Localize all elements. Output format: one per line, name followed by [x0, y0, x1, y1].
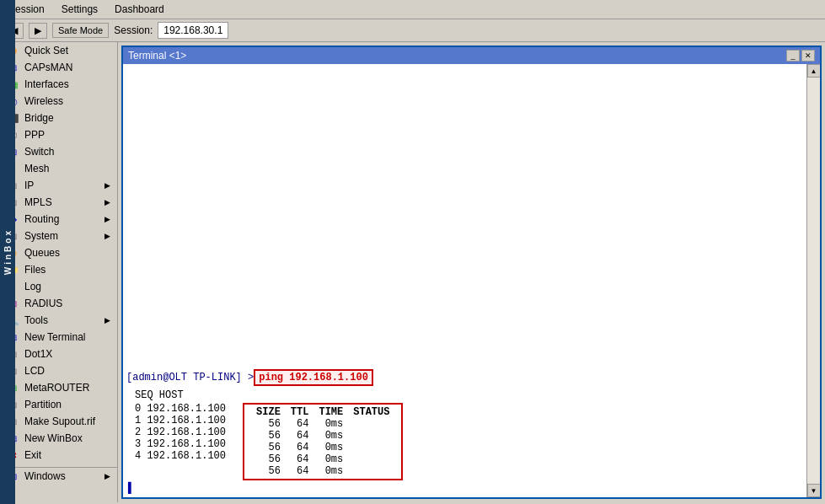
sidebar-label-interfaces: Interfaces	[24, 78, 69, 90]
sidebar-label-quickset: Quick Set	[24, 45, 68, 56]
sidebar: ⚙ Quick Set ⊞ CAPsMAN ▦ Interfaces ◎ Wir…	[0, 42, 118, 502]
menu-settings[interactable]: Settings	[56, 2, 103, 17]
ip-arrow: ▶	[104, 181, 110, 190]
ping-stats-table: SIZE TTL TIME STATUS	[243, 403, 403, 480]
terminal-body[interactable]: [admin@OLT TP-LINK] > ping 192.168.1.100…	[123, 64, 820, 497]
system-arrow: ▶	[104, 232, 110, 240]
ping-ttl-4: 64	[286, 465, 314, 477]
terminal-minimize-button[interactable]: _	[786, 50, 800, 62]
session-label: Session:	[114, 24, 153, 36]
sidebar-label-windows: Windows	[24, 470, 66, 482]
content-area: Terminal <1> _ ✕ [admin@OLT TP-LINK] > p…	[118, 42, 825, 502]
ping-ttl-2: 64	[286, 442, 314, 453]
sidebar-item-switch[interactable]: ⊞ Switch	[0, 143, 117, 160]
ping-size-4: 56	[251, 465, 286, 477]
session-ip: 192.168.30.1	[158, 22, 228, 39]
sidebar-label-radius: RADIUS	[24, 298, 62, 309]
ping-status-0	[348, 418, 394, 430]
sidebar-item-newwinbox[interactable]: ⊞ New WinBox	[0, 430, 117, 447]
sidebar-item-radius[interactable]: ⊞ RADIUS	[0, 295, 117, 312]
sidebar-item-ppp[interactable]: ⬡ PPP	[0, 126, 117, 143]
sidebar-label-files: Files	[24, 264, 46, 276]
ping-ttl-3: 64	[286, 453, 314, 465]
sidebar-label-mpls: MPLS	[24, 196, 52, 208]
menu-dashboard[interactable]: Dashboard	[110, 2, 169, 17]
sidebar-item-partition[interactable]: ⊞ Partition	[0, 396, 117, 413]
sidebar-item-makesupout[interactable]: ⊞ Make Supout.rif	[0, 413, 117, 430]
tools-arrow: ▶	[104, 316, 110, 324]
sidebar-item-system[interactable]: ⊞ System ▶	[0, 228, 117, 244]
winbox-sidebar: WinBox	[0, 0, 15, 504]
ping-status-4	[348, 465, 394, 477]
scroll-up-button[interactable]: ▲	[807, 64, 821, 78]
sidebar-label-switch: Switch	[24, 146, 54, 158]
ping-ttl-header: TTL	[286, 406, 314, 418]
ping-status-2	[348, 442, 394, 453]
safemode-button[interactable]: Safe Mode	[52, 23, 109, 38]
ping-status-1	[348, 430, 394, 442]
ping-size-1: 56	[251, 430, 286, 442]
terminal-scrollbar: ▲ ▼	[806, 64, 820, 497]
ping-size-0: 56	[251, 418, 286, 430]
ping-stat-row-2: 56 64 0ms	[251, 442, 394, 453]
ping-row-4: 4 192.168.1.100	[135, 450, 226, 462]
ping-stat-row-1: 56 64 0ms	[251, 430, 394, 442]
ping-row-1: 1 192.168.1.100	[135, 415, 226, 426]
main-layout: ⚙ Quick Set ⊞ CAPsMAN ▦ Interfaces ◎ Wir…	[0, 42, 825, 502]
menubar: Session Settings Dashboard	[0, 0, 825, 19]
scroll-track[interactable]	[807, 78, 820, 484]
sidebar-item-mesh[interactable]: ● Mesh	[0, 160, 117, 177]
ping-seq-header: SEQ HOST	[135, 389, 803, 401]
sidebar-label-log: Log	[24, 281, 41, 292]
mpls-arrow: ▶	[104, 198, 110, 206]
sidebar-item-log[interactable]: ≡ Log	[0, 278, 117, 295]
terminal-prompt: [admin@OLT TP-LINK] >	[126, 372, 254, 383]
sidebar-label-wireless: Wireless	[24, 95, 63, 107]
sidebar-item-bridge[interactable]: ⬛ Bridge	[0, 110, 117, 126]
sidebar-item-exit[interactable]: ✖ Exit	[0, 447, 117, 464]
sidebar-item-ip[interactable]: ⊞ IP ▶	[0, 177, 117, 194]
ping-stat-row-3: 56 64 0ms	[251, 453, 394, 465]
sidebar-item-mpls[interactable]: ⊞ MPLS ▶	[0, 194, 117, 211]
sidebar-item-tools[interactable]: 🔧 Tools ▶	[0, 312, 117, 329]
terminal-cursor-line: ▌	[128, 482, 803, 494]
terminal-title-buttons: _ ✕	[786, 50, 815, 62]
sidebar-item-lcd[interactable]: ⊞ LCD	[0, 362, 117, 379]
ping-stat-row-0: 56 64 0ms	[251, 418, 394, 430]
sidebar-label-routing: Routing	[24, 213, 59, 225]
ping-output: SEQ HOST 0 192.168.1.100 1 192.168.1.100…	[135, 389, 803, 480]
forward-button[interactable]: ▶	[29, 23, 47, 39]
sidebar-item-capsman[interactable]: ⊞ CAPsMAN	[0, 59, 117, 76]
sidebar-label-lcd: LCD	[24, 365, 45, 377]
sidebar-label-bridge: Bridge	[24, 112, 54, 124]
terminal-prompt-area: [admin@OLT TP-LINK] > ping 192.168.1.100…	[126, 369, 803, 494]
ping-stat-row-4: 56 64 0ms	[251, 465, 394, 477]
terminal-command: ping 192.168.1.100	[254, 369, 373, 386]
sidebar-item-routing[interactable]: ↪ Routing ▶	[0, 211, 117, 228]
sidebar-label-makesupout: Make Supout.rif	[24, 416, 95, 427]
sidebar-label-newterminal: New Terminal	[24, 331, 85, 343]
sidebar-item-newterminal[interactable]: ⊞ New Terminal	[0, 329, 117, 346]
sidebar-item-files[interactable]: 📁 Files	[0, 261, 117, 278]
sidebar-item-windows[interactable]: ⊞ Windows ▶	[0, 468, 117, 485]
sidebar-label-ppp: PPP	[24, 129, 45, 141]
ping-row-0: 0 192.168.1.100	[135, 403, 226, 415]
sidebar-item-interfaces[interactable]: ▦ Interfaces	[0, 76, 117, 93]
ping-size-2: 56	[251, 442, 286, 453]
sidebar-item-metarouter[interactable]: ⊞ MetaROUTER	[0, 379, 117, 396]
scroll-down-button[interactable]: ▼	[807, 484, 821, 497]
ping-status-3	[348, 453, 394, 465]
sidebar-item-queues[interactable]: ⊙ Queues	[0, 244, 117, 261]
cursor-indicator: ▌	[128, 482, 134, 494]
sidebar-item-quickset[interactable]: ⚙ Quick Set	[0, 42, 117, 59]
ping-time-4: 0ms	[313, 465, 348, 477]
sidebar-item-wireless[interactable]: ◎ Wireless	[0, 93, 117, 110]
sidebar-label-dot1x: Dot1X	[24, 348, 52, 360]
sidebar-item-dot1x[interactable]: ⊞ Dot1X	[0, 346, 117, 362]
terminal-close-button[interactable]: ✕	[801, 50, 815, 62]
ping-size-header: SIZE	[251, 406, 286, 418]
toolbar: ◀ ▶ Safe Mode Session: 192.168.30.1	[0, 19, 825, 42]
ping-table-container: 0 192.168.1.100 1 192.168.1.100 2 192.16…	[135, 403, 803, 480]
winbox-label: WinBox	[3, 228, 13, 275]
ping-time-2: 0ms	[313, 442, 348, 453]
